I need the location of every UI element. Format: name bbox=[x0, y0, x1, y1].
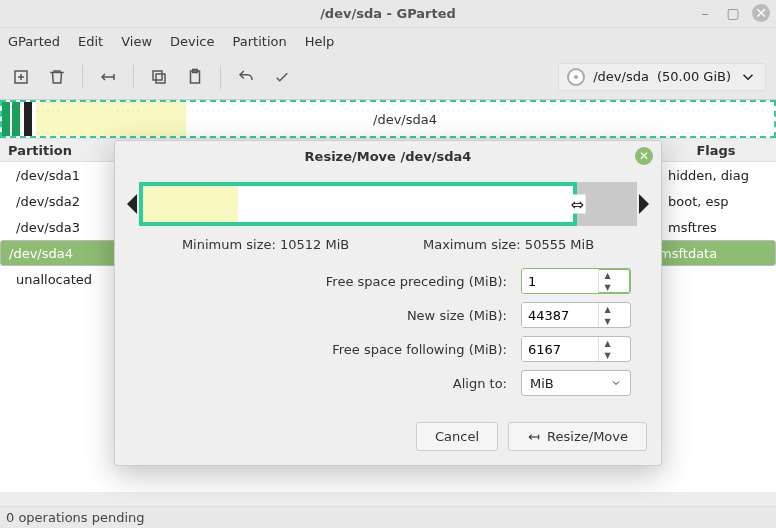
resize-slider[interactable]: ⇔ bbox=[127, 179, 649, 229]
menu-device[interactable]: Device bbox=[170, 34, 214, 49]
toolbar: /dev/sda (50.00 GiB) bbox=[0, 54, 776, 100]
menu-view[interactable]: View bbox=[121, 34, 152, 49]
preceding-label: Free space preceding (MiB): bbox=[145, 274, 521, 289]
min-size-label: Minimum size: 10512 MiB bbox=[182, 237, 349, 252]
spin-up-icon[interactable]: ▲ bbox=[599, 337, 616, 349]
following-label: Free space following (MiB): bbox=[145, 342, 521, 357]
resize-move-icon[interactable] bbox=[97, 66, 119, 88]
newsize-spinner[interactable]: ▲▼ bbox=[521, 302, 631, 328]
menu-gparted[interactable]: GParted bbox=[8, 34, 60, 49]
slider-right-handle-icon[interactable] bbox=[639, 194, 649, 214]
align-label: Align to: bbox=[145, 376, 521, 391]
preceding-spinner[interactable]: ▲▼ bbox=[521, 268, 631, 294]
dialog-close-icon[interactable]: ✕ bbox=[635, 147, 653, 165]
spin-down-icon[interactable]: ▼ bbox=[599, 349, 616, 361]
status-bar: 0 operations pending bbox=[0, 506, 776, 528]
menu-partition[interactable]: Partition bbox=[233, 34, 287, 49]
resize-dialog: Resize/Move /dev/sda4 ✕ ⇔ Minimum size: … bbox=[114, 140, 662, 466]
chevron-down-icon bbox=[739, 68, 757, 86]
following-input[interactable] bbox=[522, 337, 598, 361]
status-text: 0 operations pending bbox=[6, 510, 145, 525]
following-spinner[interactable]: ▲▼ bbox=[521, 336, 631, 362]
apply-icon[interactable] bbox=[271, 66, 293, 88]
row-flags: hidden, diag bbox=[656, 168, 776, 183]
svg-rect-4 bbox=[153, 71, 162, 80]
resize-move-apply-icon bbox=[527, 430, 541, 444]
spin-up-icon[interactable]: ▲ bbox=[599, 303, 616, 315]
copy-icon[interactable] bbox=[148, 66, 170, 88]
row-flags: boot, esp bbox=[656, 194, 776, 209]
newsize-label: New size (MiB): bbox=[145, 308, 521, 323]
delete-icon[interactable] bbox=[46, 66, 68, 88]
new-partition-icon[interactable] bbox=[10, 66, 32, 88]
cancel-button[interactable]: Cancel bbox=[416, 422, 498, 451]
window-titlebar: /dev/sda - GParted – ▢ ✕ bbox=[0, 0, 776, 28]
slider-left-handle-icon[interactable] bbox=[127, 194, 137, 214]
align-value: MiB bbox=[530, 376, 554, 391]
row-flags: msftdata bbox=[647, 246, 767, 261]
maximize-icon[interactable]: ▢ bbox=[724, 4, 742, 22]
spin-down-icon[interactable]: ▼ bbox=[599, 315, 616, 327]
undo-icon[interactable] bbox=[235, 66, 257, 88]
dialog-title: Resize/Move /dev/sda4 bbox=[305, 149, 472, 164]
newsize-input[interactable] bbox=[522, 303, 598, 327]
row-flags: msftres bbox=[656, 220, 776, 235]
spin-up-icon[interactable]: ▲ bbox=[599, 269, 616, 281]
col-flags[interactable]: Flags bbox=[656, 143, 776, 158]
menubar: GParted Edit View Device Partition Help bbox=[0, 28, 776, 54]
close-icon[interactable]: ✕ bbox=[752, 4, 770, 22]
disk-icon bbox=[567, 68, 585, 86]
paste-icon[interactable] bbox=[184, 66, 206, 88]
diskmap-active-label: /dev/sda4 bbox=[373, 112, 437, 127]
preceding-input[interactable] bbox=[522, 269, 598, 293]
align-select[interactable]: MiB bbox=[521, 370, 631, 396]
max-size-label: Maximum size: 50555 MiB bbox=[423, 237, 594, 252]
menu-edit[interactable]: Edit bbox=[78, 34, 103, 49]
chevron-down-icon bbox=[610, 377, 622, 389]
resize-move-button[interactable]: Resize/Move bbox=[508, 422, 647, 451]
svg-rect-3 bbox=[156, 74, 165, 83]
disk-map[interactable]: /dev/sda4 bbox=[0, 100, 776, 138]
minimize-icon[interactable]: – bbox=[696, 4, 714, 22]
device-label: /dev/sda bbox=[593, 69, 649, 84]
device-selector[interactable]: /dev/sda (50.00 GiB) bbox=[558, 63, 766, 91]
window-title: /dev/sda - GParted bbox=[320, 6, 456, 21]
menu-help[interactable]: Help bbox=[305, 34, 335, 49]
spin-down-icon[interactable]: ▼ bbox=[599, 281, 616, 293]
device-size: (50.00 GiB) bbox=[657, 69, 731, 84]
